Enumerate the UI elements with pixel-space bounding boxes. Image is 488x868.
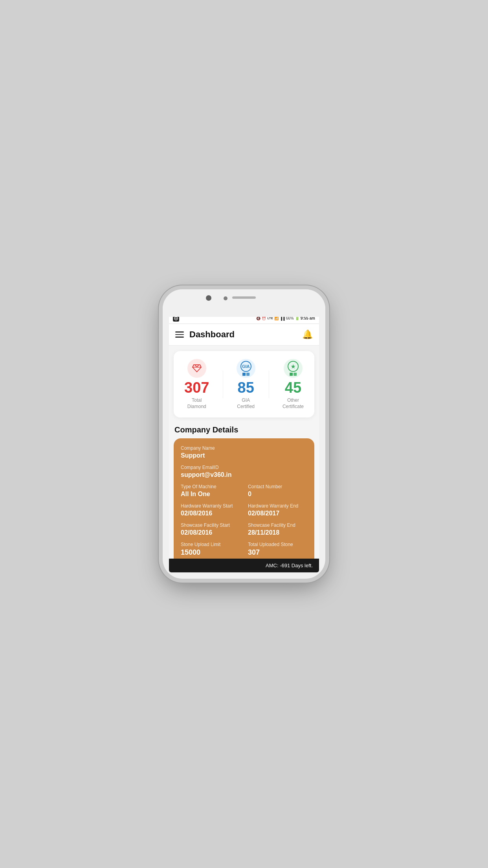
machine-col: Type Of Machine All In One	[181, 484, 240, 498]
signal-icon: ▐▐	[280, 316, 285, 320]
ribbon-left	[242, 373, 246, 376]
showcase-start-value: 02/08/2016	[181, 529, 240, 536]
divider-2	[269, 371, 269, 398]
hamburger-line-1	[175, 331, 184, 333]
divider-1	[223, 371, 223, 398]
speaker	[232, 296, 256, 299]
gia-certified-label: GIACertified	[237, 397, 255, 410]
company-email-row: Company EmailID support@v360.in	[181, 465, 307, 478]
hw-end-col: Hardware Warranty End 02/08/2017	[248, 503, 307, 517]
contact-value: 0	[248, 491, 307, 498]
notification-bell[interactable]: 🔔	[302, 329, 313, 340]
contact-label: Contact Number	[248, 484, 307, 489]
page-title: Dashboard	[189, 329, 235, 340]
gia-medal: GIA	[240, 361, 251, 376]
battery-icon: 🔋	[295, 316, 299, 320]
total-uploaded-value: 307	[248, 548, 307, 557]
contact-col: Contact Number 0	[248, 484, 307, 498]
stone-upload-col: Stone Upload Limit 15000	[181, 542, 240, 557]
stone-upload-row: Stone Upload Limit 15000 Total Uploaded …	[181, 542, 307, 557]
hamburger-line-3	[175, 337, 184, 338]
svg-point-1	[176, 318, 177, 319]
other-circle: ★	[288, 361, 299, 372]
showcase-row: Showcase Facility Start 02/08/2016 Showc…	[181, 522, 307, 536]
company-card: Company Name Support Company EmailID sup…	[174, 438, 314, 559]
hamburger-line-2	[175, 334, 184, 335]
machine-contact-row: Type Of Machine All In One Contact Numbe…	[181, 484, 307, 498]
showcase-end-col: Showcase Facility End 28/11/2018	[248, 522, 307, 536]
hw-warranty-row: Hardware Warranty Start 02/08/2016 Hardw…	[181, 503, 307, 517]
lte-icon: LTE	[267, 316, 273, 320]
phone-frame: 🔇 ⏰ LTE 📶 ▐▐ 66% 🔋 9:55 am	[163, 289, 325, 579]
hamburger-menu[interactable]	[175, 331, 184, 338]
main-content: Dashboard 🔔 307 TotalDiamond	[169, 324, 319, 559]
stats-card: 307 TotalDiamond GIA	[174, 351, 314, 417]
hw-start-col: Hardware Warranty Start 02/08/2016	[181, 503, 240, 517]
phone-top-bar	[163, 289, 325, 317]
showcase-end-label: Showcase Facility End	[248, 522, 307, 528]
gia-circle: GIA	[240, 361, 251, 372]
other-medal: ★	[288, 361, 299, 376]
other-icon-circle: ★	[284, 359, 303, 378]
alarm-icon: ⏰	[262, 316, 266, 320]
company-name-label: Company Name	[181, 445, 307, 451]
diamond-icon-circle	[187, 359, 206, 378]
company-email-label: Company EmailID	[181, 465, 307, 470]
total-diamond-number: 307	[184, 380, 209, 395]
stone-upload-label: Stone Upload Limit	[181, 542, 240, 547]
gia-certified-number: 85	[238, 380, 254, 395]
showcase-end-value: 28/11/2018	[248, 529, 307, 536]
ribbon-right	[246, 373, 250, 376]
total-uploaded-col: Total Uploaded Stone 307	[248, 542, 307, 557]
amc-bar: AMC: -691 Days left.	[169, 559, 319, 572]
hw-start-label: Hardware Warranty Start	[181, 503, 240, 509]
screen: 🔇 ⏰ LTE 📶 ▐▐ 66% 🔋 9:55 am	[169, 313, 319, 572]
stat-gia-certified: GIA 85 GIACertified	[237, 359, 255, 410]
gia-icon-circle: GIA	[237, 359, 255, 378]
mute-icon: 🔇	[256, 316, 261, 320]
machine-value: All In One	[181, 491, 240, 498]
total-diamond-label: TotalDiamond	[187, 397, 206, 410]
camera-dot	[224, 296, 227, 300]
other-cert-label: OtherCertificate	[283, 397, 304, 410]
other-ribbon-left	[290, 373, 293, 376]
company-name-row: Company Name Support	[181, 445, 307, 459]
company-name-value: Support	[181, 452, 307, 459]
other-ribbon-right	[294, 373, 297, 376]
showcase-start-col: Showcase Facility Start 02/08/2016	[181, 522, 240, 536]
header-left: Dashboard	[175, 329, 235, 340]
hw-end-value: 02/08/2017	[248, 510, 307, 517]
company-email-value: support@v360.in	[181, 471, 307, 478]
stat-other-cert: ★ 45 OtherCertificate	[283, 359, 304, 410]
stone-upload-value: 15000	[181, 548, 240, 557]
other-cert-number: 45	[285, 380, 301, 395]
total-uploaded-label: Total Uploaded Stone	[248, 542, 307, 547]
front-camera	[206, 295, 211, 301]
stat-total-diamond: 307 TotalDiamond	[184, 359, 209, 410]
hw-start-value: 02/08/2016	[181, 510, 240, 517]
other-ribbon	[290, 373, 297, 376]
showcase-start-label: Showcase Facility Start	[181, 522, 240, 528]
gia-ribbon	[242, 373, 250, 376]
header: Dashboard 🔔	[169, 324, 319, 346]
machine-label: Type Of Machine	[181, 484, 240, 489]
company-section-title: Company Details	[169, 423, 319, 438]
hw-end-label: Hardware Warranty End	[248, 503, 307, 509]
wifi-icon: 📶	[274, 316, 279, 320]
amc-text: AMC: -691 Days left.	[266, 563, 313, 568]
